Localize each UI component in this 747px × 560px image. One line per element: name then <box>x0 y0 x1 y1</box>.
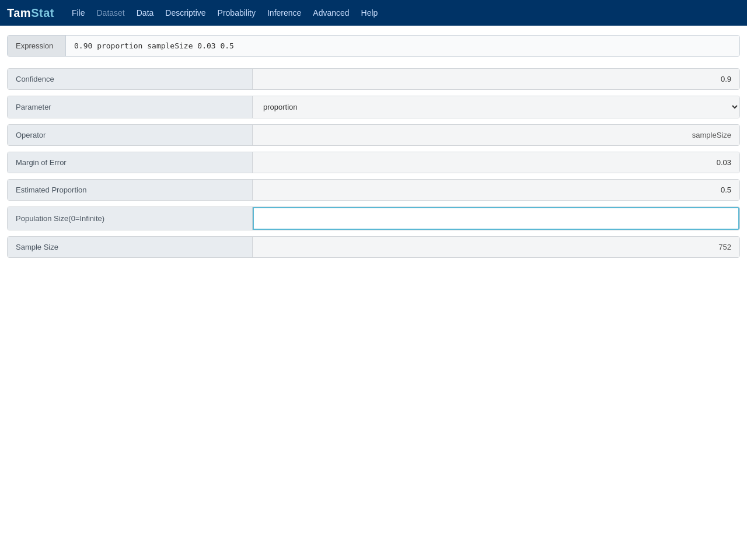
nav-descriptive[interactable]: Descriptive <box>159 5 211 21</box>
nav-file[interactable]: File <box>66 5 91 21</box>
estimated-proportion-label: Estimated Proportion <box>8 180 253 200</box>
population-size-input[interactable] <box>253 207 739 230</box>
nav-help[interactable]: Help <box>355 5 384 21</box>
population-size-label: Population Size(0=Infinite) <box>8 207 253 230</box>
population-size-row: Population Size(0=Infinite) <box>7 206 740 230</box>
navbar: TamStat File Dataset Data Descriptive Pr… <box>0 0 747 26</box>
brand-tam: Tam <box>7 6 31 19</box>
operator-value: sampleSize <box>253 125 739 145</box>
sample-size-value: 752 <box>253 237 739 257</box>
margin-of-error-input[interactable] <box>253 152 739 173</box>
expression-label: Expression <box>8 36 66 56</box>
parameter-select[interactable]: proportion mean variance <box>253 96 739 118</box>
estimated-proportion-row: Estimated Proportion <box>7 179 740 201</box>
main-content: Expression 0.90 proportion sampleSize 0.… <box>0 26 747 273</box>
nav-dataset[interactable]: Dataset <box>91 5 131 21</box>
confidence-label: Confidence <box>8 69 253 89</box>
operator-label: Operator <box>8 125 253 145</box>
sample-size-row: Sample Size 752 <box>7 236 740 258</box>
estimated-proportion-input[interactable] <box>253 180 739 200</box>
margin-of-error-row: Margin of Error <box>7 152 740 173</box>
app-brand: TamStat <box>7 6 54 20</box>
expression-value: 0.90 proportion sampleSize 0.03 0.5 <box>66 36 739 56</box>
parameter-row: Parameter proportion mean variance <box>7 96 740 118</box>
sample-size-label: Sample Size <box>8 237 253 257</box>
brand-stat: Stat <box>31 6 54 19</box>
expression-bar: Expression 0.90 proportion sampleSize 0.… <box>7 35 740 57</box>
confidence-row: Confidence <box>7 68 740 90</box>
parameter-label: Parameter <box>8 96 253 118</box>
operator-row: Operator sampleSize <box>7 124 740 146</box>
nav-probability[interactable]: Probability <box>212 5 261 21</box>
nav-inference[interactable]: Inference <box>261 5 307 21</box>
nav-advanced[interactable]: Advanced <box>307 5 355 21</box>
confidence-input[interactable] <box>253 69 739 89</box>
nav-data[interactable]: Data <box>131 5 160 21</box>
margin-of-error-label: Margin of Error <box>8 152 253 173</box>
